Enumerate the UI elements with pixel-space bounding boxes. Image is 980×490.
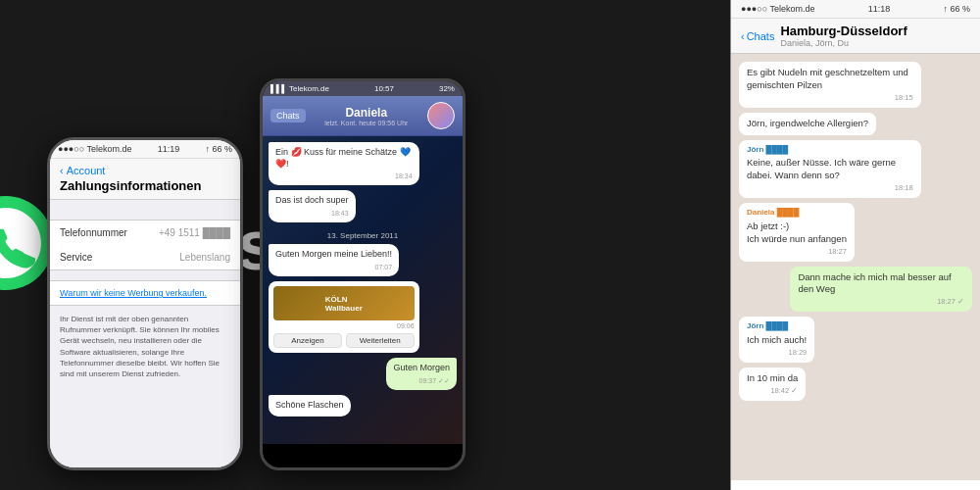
phone3-signal: ↑ 66 % <box>943 4 970 14</box>
message-time: 18:27 ✓ <box>798 297 964 307</box>
message-time: 09:06 <box>273 322 415 329</box>
message-text: Keine, außer Nüsse. Ich wäre gerne dabei… <box>747 157 913 182</box>
contact-info: Daniela letzt. Kont. heute 09:56 Uhr <box>312 106 421 126</box>
telefonnummer-value: +49 1511 ████ <box>159 227 230 238</box>
phone-chat-daniela: ▌▌▌ Telekom.de 10:57 32% Chats Daniela l… <box>260 78 466 470</box>
phone3-status-bar: ●●●○○ Telekom.de 11:18 ↑ 66 % <box>731 0 980 19</box>
message-bubble: Jörn ████ Ich mich auch! 18:29 <box>739 317 814 363</box>
phone2-chat-area: Ein 💋 Kuss für meine Schätze 💙❤️! 18:34 … <box>263 136 463 444</box>
phone1-body: Telefonnummer +49 1511 ████ Service Lebe… <box>50 200 240 468</box>
telefonnummer-label: Telefonnummer <box>60 227 127 238</box>
message-bubble: Guten Morgen meine Lieben!! 07:07 <box>269 244 399 276</box>
phone1-carrier: ●●●○○ Telekom.de <box>58 144 132 154</box>
page-title: Zahlungsinformationen <box>60 178 230 193</box>
message-text: Guten Morgen meine Lieben!! <box>275 249 392 259</box>
message-time: 09:37 ✓✓ <box>393 376 450 385</box>
service-row: Service Lebenslang <box>50 245 240 270</box>
media-bubble: KÖLNWallbauer 09:06 Anzeigen Weiterleite… <box>269 281 419 353</box>
message-time: 18:42 ✓ <box>747 386 798 396</box>
message-bubble: Jörn ████ Keine, außer Nüsse. Ich wäre g… <box>739 140 921 199</box>
forward-button[interactable]: Weiterleiten <box>346 333 415 348</box>
back-label: Account <box>67 165 106 176</box>
chevron-left-icon: ‹ <box>741 30 745 42</box>
media-label: KÖLNWallbauer <box>325 295 363 313</box>
phone2-status-bar: ▌▌▌ Telekom.de 10:57 32% <box>263 81 463 96</box>
phone2-carrier: ▌▌▌ Telekom.de <box>270 84 329 93</box>
message-text: Ein 💋 Kuss für meine Schätze 💙❤️! <box>275 147 411 169</box>
back-label: Chats <box>747 30 775 42</box>
chevron-left-icon: ‹ <box>60 165 64 176</box>
sender-name: Jörn ████ <box>747 321 807 332</box>
phone2-header: Chats Daniela letzt. Kont. heute 09:56 U… <box>263 96 463 136</box>
contact-subtitle: letzt. Kont. heute 09:56 Uhr <box>312 120 421 126</box>
message-text: Es gibt Nudeln mit geschnetzeltem und ge… <box>747 67 913 92</box>
sender-name: Jörn ████ <box>747 145 913 156</box>
media-image: KÖLNWallbauer <box>273 286 415 320</box>
message-text: Das ist doch super <box>275 195 349 205</box>
message-bubble: In 10 min da 18:42 ✓ <box>739 368 806 401</box>
phone-account: ●●●○○ Telekom.de 11:19 ↑ 66 % ‹ Account … <box>47 137 243 470</box>
contact-avatar <box>427 102 455 129</box>
chats-back-button[interactable]: ‹ Chats <box>741 30 774 42</box>
message-time: 18:29 <box>747 348 807 358</box>
message-text: Jörn, irgendwelche Allergien? <box>747 118 868 130</box>
message-text: Ich mich auch! <box>747 334 807 347</box>
message-bubble: Dann mache ich mich mal besser auf den W… <box>790 267 972 313</box>
message-time: 18:34 <box>275 172 413 180</box>
telefonnummer-row: Telefonnummer +49 1511 ████ <box>50 220 240 246</box>
group-subtitle: Daniela, Jörn, Du <box>780 38 970 48</box>
media-actions: Anzeigen Weiterleiten <box>273 333 415 348</box>
message-bubble: Schöne Flaschen <box>269 395 351 416</box>
message-bubble: Es gibt Nudeln mit geschnetzeltem und ge… <box>739 62 921 108</box>
phone1-time: 11:19 <box>158 144 180 154</box>
message-text: In 10 min da <box>747 372 798 385</box>
no-ads-link[interactable]: Warum wir keine Werbung verkaufen. <box>50 280 240 306</box>
message-text: Ab jetzt :-)Ich würde nun anfangen <box>747 220 847 246</box>
date-divider: 13. September 2011 <box>269 231 457 240</box>
phone1-nav: ‹ Account Zahlungsinformationen <box>50 159 240 200</box>
phone2-time: 10:57 <box>374 84 394 93</box>
phone-group-chat: ●●●○○ Telekom.de 11:18 ↑ 66 % ‹ Chats Ha… <box>730 0 980 490</box>
message-bubble: Daniela ████ Ab jetzt :-)Ich würde nun a… <box>739 203 855 262</box>
group-title-block: Hamburg-Düsseldorf Daniela, Jörn, Du <box>780 24 970 48</box>
message-time: 18:18 <box>747 183 913 193</box>
service-value: Lebenslang <box>179 252 230 263</box>
phone3-carrier: ●●●○○ Telekom.de <box>741 4 815 14</box>
message-time: 18:15 <box>747 93 913 103</box>
chats-back-button[interactable]: Chats <box>270 109 306 122</box>
message-text: Schöne Flaschen <box>275 400 344 410</box>
phone3-chat-area: Es gibt Nudeln mit geschnetzeltem und ge… <box>731 54 980 480</box>
sender-name: Daniela ████ <box>747 208 847 219</box>
message-text: Guten Morgen <box>393 363 450 372</box>
message-time: 07:07 <box>275 263 392 271</box>
message-bubble: Ein 💋 Kuss für meine Schätze 💙❤️! 18:34 <box>269 142 419 185</box>
view-button[interactable]: Anzeigen <box>273 333 342 348</box>
contact-name: Daniela <box>312 106 421 120</box>
service-label: Service <box>60 252 92 263</box>
message-bubble: Jörn, irgendwelche Allergien? <box>739 113 876 135</box>
phone1-signal: ↑ 66 % <box>205 144 232 154</box>
group-title: Hamburg-Düsseldorf <box>780 24 970 38</box>
message-bubble: Das ist doch super 18:43 <box>269 190 356 222</box>
phone3-time: 11:18 <box>868 4 891 14</box>
message-bubble: Guten Morgen 09:37 ✓✓ <box>386 358 457 390</box>
phone2-battery: 32% <box>439 84 455 93</box>
phone1-status-bar: ●●●○○ Telekom.de 11:19 ↑ 66 % <box>50 140 240 159</box>
phone3-header: ‹ Chats Hamburg-Düsseldorf Daniela, Jörn… <box>731 19 980 54</box>
message-text: Dann mache ich mich mal besser auf den W… <box>798 271 964 297</box>
message-time: 18:43 <box>275 209 349 218</box>
info-paragraph: Ihr Dienst ist mit der oben genannten Ru… <box>50 306 240 387</box>
message-time: 18:27 <box>747 247 847 257</box>
back-button[interactable]: ‹ Account <box>60 165 230 176</box>
